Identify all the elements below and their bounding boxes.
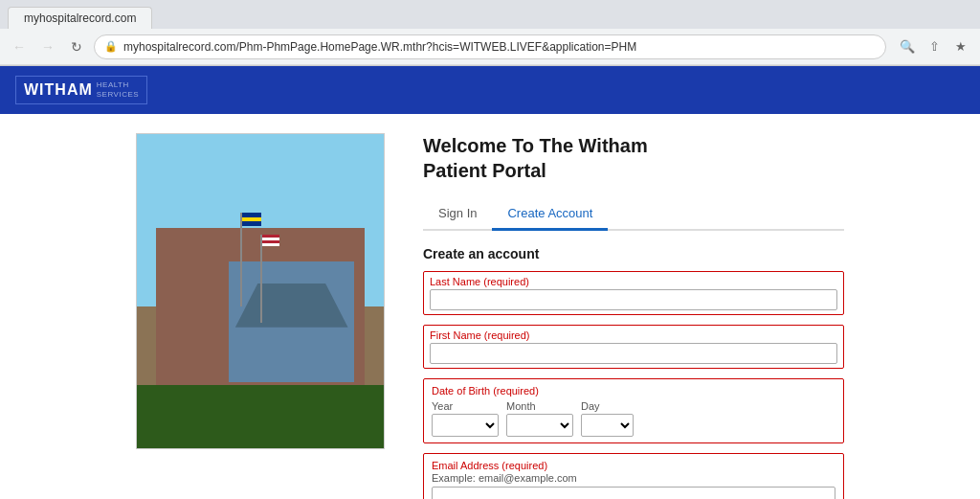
browser-chrome: myhospitalrecord.com ← → ↻ 🔒 myhospitalr… bbox=[0, 0, 980, 66]
tab-create-account[interactable]: Create Account bbox=[492, 198, 608, 231]
first-name-input[interactable] bbox=[430, 343, 837, 364]
logo-sub-line1: HEALTH bbox=[97, 80, 139, 90]
main-content: Welcome To The Witham Patient Portal Sig… bbox=[59, 114, 921, 499]
first-name-label: First Name (required) bbox=[430, 329, 837, 341]
browser-tabs: myhospitalrecord.com bbox=[0, 0, 980, 29]
dob-month-select[interactable]: Jan Feb Mar bbox=[506, 414, 573, 437]
email-input[interactable] bbox=[432, 487, 835, 499]
header-bar: WITHAM HEALTH SERVICES bbox=[0, 66, 980, 114]
dob-day-label: Day bbox=[581, 400, 634, 412]
browser-tab[interactable]: myhospitalrecord.com bbox=[8, 7, 152, 29]
logo-sub-line2: SERVICES bbox=[97, 90, 139, 100]
flag-usa bbox=[262, 235, 279, 246]
tabs: Sign In Create Account bbox=[423, 198, 844, 231]
forward-button[interactable]: → bbox=[36, 35, 59, 58]
lock-icon: 🔒 bbox=[104, 40, 118, 53]
address-actions: 🔍 ⇧ ★ bbox=[896, 35, 972, 58]
flag-indiana bbox=[242, 213, 261, 226]
dob-month-label: Month bbox=[506, 400, 573, 412]
reload-button[interactable]: ↻ bbox=[65, 35, 88, 58]
dob-year-select[interactable]: 2000 1990 1980 bbox=[432, 414, 499, 437]
last-name-group: Last Name (required) bbox=[423, 271, 844, 315]
dob-year-field: Year 2000 1990 1980 bbox=[432, 400, 499, 437]
tab-sign-in[interactable]: Sign In bbox=[423, 198, 492, 231]
dob-group: Date of Birth (required) Year 2000 1990 … bbox=[423, 378, 844, 443]
dob-label: Date of Birth (required) bbox=[432, 385, 835, 397]
flag-pole-2 bbox=[260, 235, 262, 323]
dob-year-label: Year bbox=[432, 400, 499, 412]
hospital-image bbox=[136, 133, 385, 449]
page-content: WITHAM HEALTH SERVICES bbox=[0, 66, 980, 499]
search-icon[interactable]: 🔍 bbox=[896, 35, 919, 58]
first-name-group: First Name (required) bbox=[423, 325, 844, 369]
logo-box: WITHAM HEALTH SERVICES bbox=[15, 76, 147, 103]
dob-day-field: Day 1 2 3 bbox=[581, 400, 634, 437]
last-name-input[interactable] bbox=[430, 289, 837, 310]
last-name-label: Last Name (required) bbox=[430, 276, 837, 287]
email-hint: Example: email@example.com bbox=[432, 472, 835, 484]
email-label: Email Address (required) bbox=[432, 460, 835, 471]
dob-row: Year 2000 1990 1980 Month Jan bbox=[432, 400, 835, 437]
dob-month-field: Month Jan Feb Mar bbox=[506, 400, 573, 437]
logo-main-text: WITHAM bbox=[24, 81, 93, 99]
dob-day-select[interactable]: 1 2 3 bbox=[581, 414, 634, 437]
greenery bbox=[137, 385, 384, 448]
form-title: Create an account bbox=[423, 246, 844, 261]
logo-subtitle: HEALTH SERVICES bbox=[97, 80, 139, 99]
share-icon[interactable]: ⇧ bbox=[923, 35, 946, 58]
flag-pole-1 bbox=[240, 213, 242, 306]
bookmark-icon[interactable]: ★ bbox=[949, 35, 972, 58]
address-text: myhospitalrecord.com/Phm-PhmPage.HomePag… bbox=[123, 40, 636, 54]
portal-title: Welcome To The Witham Patient Portal bbox=[423, 133, 844, 183]
address-bar[interactable]: 🔒 myhospitalrecord.com/Phm-PhmPage.HomeP… bbox=[94, 34, 886, 59]
back-button[interactable]: ← bbox=[8, 35, 31, 58]
browser-toolbar: ← → ↻ 🔒 myhospitalrecord.com/Phm-PhmPage… bbox=[0, 29, 980, 65]
right-panel: Welcome To The Witham Patient Portal Sig… bbox=[423, 133, 844, 499]
email-group: Email Address (required) Example: email@… bbox=[423, 453, 844, 499]
